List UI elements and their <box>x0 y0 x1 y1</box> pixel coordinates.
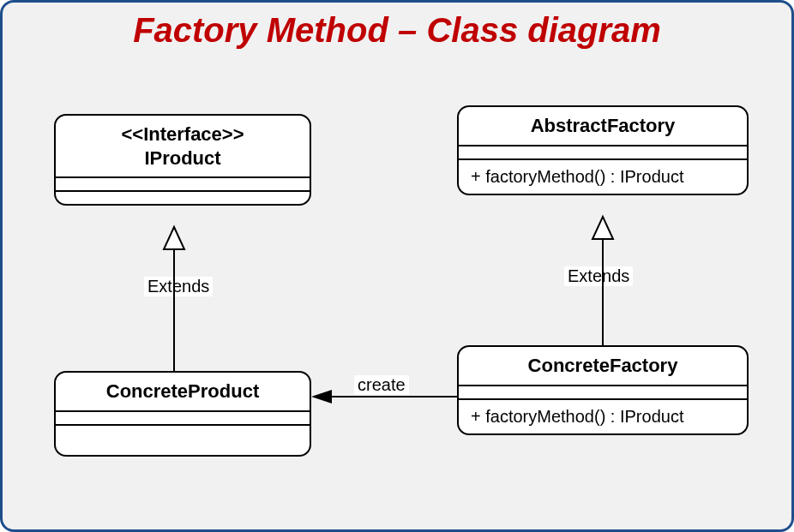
class-concrete-factory-name: ConcreteFactory <box>459 347 747 385</box>
label-create: create <box>354 375 409 395</box>
svg-marker-2 <box>592 217 613 239</box>
class-concrete-product-attrs <box>56 410 310 424</box>
class-concrete-factory: ConcreteFactory + factoryMethod() : IPro… <box>457 345 749 435</box>
class-abstract-factory-attrs <box>459 145 747 158</box>
class-concrete-product-methods <box>56 424 310 455</box>
class-concrete-product-name: ConcreteProduct <box>56 373 310 410</box>
label-extends-left: Extends <box>144 277 213 296</box>
svg-marker-0 <box>164 227 184 249</box>
arrow-extends-left <box>164 227 184 371</box>
class-abstract-factory: AbstractFactory + factoryMethod() : IPro… <box>457 105 749 195</box>
class-iproduct-name: <<Interface>> IProduct <box>56 116 310 176</box>
label-extends-right: Extends <box>564 266 633 286</box>
diagram-title: Factory Method – Class diagram <box>3 11 791 50</box>
class-abstract-factory-methods: + factoryMethod() : IProduct <box>459 158 747 194</box>
class-concrete-factory-attrs <box>459 385 747 398</box>
diagram-frame: Factory Method – Class diagram <<Interfa… <box>0 0 794 532</box>
class-iproduct: <<Interface>> IProduct <box>54 114 311 206</box>
class-concrete-product: ConcreteProduct <box>54 371 311 457</box>
class-iproduct-attrs <box>56 176 310 190</box>
class-iproduct-classname: IProduct <box>66 146 299 170</box>
class-iproduct-stereotype: <<Interface>> <box>66 123 299 146</box>
class-concrete-factory-methods: + factoryMethod() : IProduct <box>459 398 747 433</box>
class-iproduct-methods <box>56 190 310 204</box>
class-abstract-factory-name: AbstractFactory <box>459 107 747 145</box>
svg-marker-5 <box>311 390 332 403</box>
